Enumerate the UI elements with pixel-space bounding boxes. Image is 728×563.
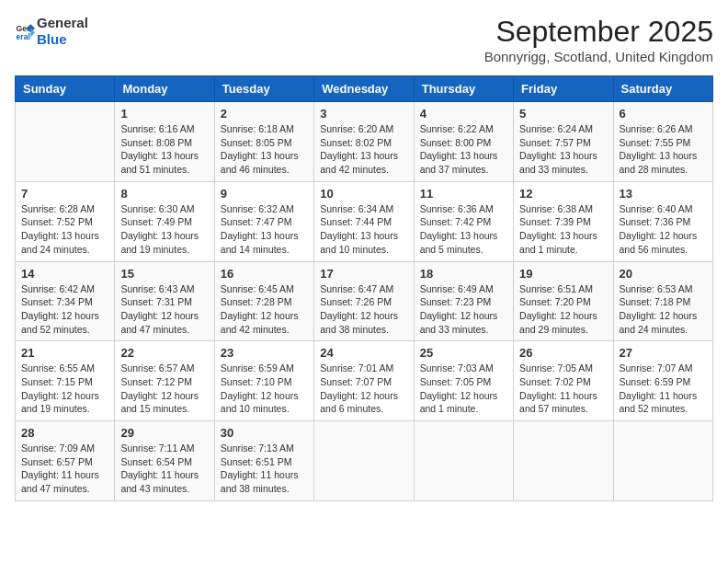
calendar-cell <box>514 421 613 501</box>
calendar-cell: 29Sunrise: 7:11 AM Sunset: 6:54 PM Dayli… <box>115 421 214 501</box>
calendar-cell: 28Sunrise: 7:09 AM Sunset: 6:57 PM Dayli… <box>16 421 115 501</box>
calendar-cell: 1Sunrise: 6:16 AM Sunset: 8:08 PM Daylig… <box>115 102 214 182</box>
calendar-day-header: Tuesday <box>214 76 313 102</box>
day-number: 7 <box>21 187 108 201</box>
cell-detail: Sunrise: 7:03 AM Sunset: 7:05 PM Dayligh… <box>420 362 507 416</box>
cell-detail: Sunrise: 7:09 AM Sunset: 6:57 PM Dayligh… <box>21 442 108 496</box>
cell-detail: Sunrise: 6:20 AM Sunset: 8:02 PM Dayligh… <box>320 122 407 177</box>
calendar-cell: 4Sunrise: 6:22 AM Sunset: 8:00 PM Daylig… <box>414 102 513 182</box>
cell-detail: Sunrise: 6:40 AM Sunset: 7:36 PM Dayligh… <box>620 202 707 257</box>
logo: Gen eral General Blue <box>15 15 88 48</box>
calendar-cell: 15Sunrise: 6:43 AM Sunset: 7:31 PM Dayli… <box>115 261 214 341</box>
day-number: 9 <box>221 187 308 201</box>
calendar-day-header: Monday <box>115 76 214 102</box>
day-number: 18 <box>420 267 507 281</box>
cell-detail: Sunrise: 6:51 AM Sunset: 7:20 PM Dayligh… <box>519 282 607 337</box>
day-number: 8 <box>120 187 208 201</box>
day-number: 21 <box>21 346 108 360</box>
calendar-cell: 24Sunrise: 7:01 AM Sunset: 7:07 PM Dayli… <box>314 341 414 421</box>
calendar-day-header: Thursday <box>414 76 513 102</box>
cell-detail: Sunrise: 6:16 AM Sunset: 8:08 PM Dayligh… <box>120 122 208 177</box>
title-block: September 2025 Bonnyrigg, Scotland, Unit… <box>484 15 713 64</box>
location-text: Bonnyrigg, Scotland, United Kingdom <box>484 49 713 64</box>
calendar-cell: 13Sunrise: 6:40 AM Sunset: 7:36 PM Dayli… <box>613 181 712 261</box>
calendar-cell: 30Sunrise: 7:13 AM Sunset: 6:51 PM Dayli… <box>214 421 313 501</box>
calendar-cell: 26Sunrise: 7:05 AM Sunset: 7:02 PM Dayli… <box>514 341 613 421</box>
logo-icon: Gen eral <box>15 21 35 41</box>
cell-detail: Sunrise: 6:47 AM Sunset: 7:26 PM Dayligh… <box>320 282 407 337</box>
cell-detail: Sunrise: 6:53 AM Sunset: 7:18 PM Dayligh… <box>620 282 707 337</box>
day-number: 29 <box>120 426 208 440</box>
calendar-day-header: Saturday <box>613 76 712 102</box>
day-number: 26 <box>519 346 607 360</box>
cell-detail: Sunrise: 6:36 AM Sunset: 7:42 PM Dayligh… <box>420 202 507 257</box>
cell-detail: Sunrise: 6:57 AM Sunset: 7:12 PM Dayligh… <box>120 362 208 416</box>
day-number: 22 <box>120 346 208 360</box>
page-header: Gen eral General Blue September 2025 Bon… <box>15 15 713 64</box>
cell-detail: Sunrise: 6:24 AM Sunset: 7:57 PM Dayligh… <box>519 122 607 177</box>
calendar-week-row: 28Sunrise: 7:09 AM Sunset: 6:57 PM Dayli… <box>16 421 713 501</box>
calendar-cell <box>414 421 513 501</box>
day-number: 30 <box>221 426 308 440</box>
calendar-cell: 2Sunrise: 6:18 AM Sunset: 8:05 PM Daylig… <box>214 102 313 182</box>
cell-detail: Sunrise: 6:22 AM Sunset: 8:00 PM Dayligh… <box>420 122 507 177</box>
logo-general-text: General <box>37 15 88 30</box>
calendar-cell: 8Sunrise: 6:30 AM Sunset: 7:49 PM Daylig… <box>115 181 214 261</box>
calendar-cell: 18Sunrise: 6:49 AM Sunset: 7:23 PM Dayli… <box>414 261 513 341</box>
day-number: 17 <box>320 267 407 281</box>
cell-detail: Sunrise: 6:55 AM Sunset: 7:15 PM Dayligh… <box>21 362 108 416</box>
calendar-cell: 3Sunrise: 6:20 AM Sunset: 8:02 PM Daylig… <box>314 102 414 182</box>
cell-detail: Sunrise: 6:38 AM Sunset: 7:39 PM Dayligh… <box>519 202 607 257</box>
calendar-header-row: SundayMondayTuesdayWednesdayThursdayFrid… <box>16 76 713 102</box>
cell-detail: Sunrise: 7:13 AM Sunset: 6:51 PM Dayligh… <box>221 442 308 496</box>
calendar-cell: 21Sunrise: 6:55 AM Sunset: 7:15 PM Dayli… <box>16 341 115 421</box>
calendar-cell: 10Sunrise: 6:34 AM Sunset: 7:44 PM Dayli… <box>314 181 414 261</box>
cell-detail: Sunrise: 6:26 AM Sunset: 7:55 PM Dayligh… <box>620 122 707 177</box>
calendar-week-row: 14Sunrise: 6:42 AM Sunset: 7:34 PM Dayli… <box>16 261 713 341</box>
cell-detail: Sunrise: 7:05 AM Sunset: 7:02 PM Dayligh… <box>519 362 607 416</box>
cell-detail: Sunrise: 6:34 AM Sunset: 7:44 PM Dayligh… <box>320 202 407 257</box>
calendar-cell: 11Sunrise: 6:36 AM Sunset: 7:42 PM Dayli… <box>414 181 513 261</box>
calendar-cell: 5Sunrise: 6:24 AM Sunset: 7:57 PM Daylig… <box>514 102 613 182</box>
calendar-cell <box>16 102 115 182</box>
cell-detail: Sunrise: 6:30 AM Sunset: 7:49 PM Dayligh… <box>120 202 208 257</box>
calendar-week-row: 21Sunrise: 6:55 AM Sunset: 7:15 PM Dayli… <box>16 341 713 421</box>
calendar-cell: 6Sunrise: 6:26 AM Sunset: 7:55 PM Daylig… <box>613 102 712 182</box>
calendar-cell: 27Sunrise: 7:07 AM Sunset: 6:59 PM Dayli… <box>613 341 712 421</box>
calendar-cell: 19Sunrise: 6:51 AM Sunset: 7:20 PM Dayli… <box>514 261 613 341</box>
day-number: 14 <box>21 267 108 281</box>
calendar-cell: 23Sunrise: 6:59 AM Sunset: 7:10 PM Dayli… <box>214 341 313 421</box>
calendar-cell: 25Sunrise: 7:03 AM Sunset: 7:05 PM Dayli… <box>414 341 513 421</box>
day-number: 12 <box>519 187 607 201</box>
calendar-cell: 16Sunrise: 6:45 AM Sunset: 7:28 PM Dayli… <box>214 261 313 341</box>
cell-detail: Sunrise: 7:07 AM Sunset: 6:59 PM Dayligh… <box>620 362 707 416</box>
day-number: 13 <box>620 187 707 201</box>
calendar-table: SundayMondayTuesdayWednesdayThursdayFrid… <box>15 75 713 501</box>
logo-blue-text: Blue <box>37 31 67 47</box>
day-number: 5 <box>519 107 607 121</box>
day-number: 3 <box>320 107 407 121</box>
cell-detail: Sunrise: 6:43 AM Sunset: 7:31 PM Dayligh… <box>120 282 208 337</box>
calendar-cell: 20Sunrise: 6:53 AM Sunset: 7:18 PM Dayli… <box>613 261 712 341</box>
calendar-day-header: Friday <box>514 76 613 102</box>
calendar-week-row: 7Sunrise: 6:28 AM Sunset: 7:52 PM Daylig… <box>16 181 713 261</box>
cell-detail: Sunrise: 7:11 AM Sunset: 6:54 PM Dayligh… <box>120 442 208 496</box>
day-number: 2 <box>221 107 308 121</box>
calendar-cell: 17Sunrise: 6:47 AM Sunset: 7:26 PM Dayli… <box>314 261 414 341</box>
calendar-cell <box>314 421 414 501</box>
month-title: September 2025 <box>484 15 713 49</box>
calendar-cell: 12Sunrise: 6:38 AM Sunset: 7:39 PM Dayli… <box>514 181 613 261</box>
day-number: 27 <box>620 346 707 360</box>
day-number: 25 <box>420 346 507 360</box>
day-number: 16 <box>221 267 308 281</box>
calendar-day-header: Sunday <box>16 76 115 102</box>
calendar-cell <box>613 421 712 501</box>
day-number: 6 <box>620 107 707 121</box>
cell-detail: Sunrise: 6:45 AM Sunset: 7:28 PM Dayligh… <box>221 282 308 337</box>
calendar-week-row: 1Sunrise: 6:16 AM Sunset: 8:08 PM Daylig… <box>16 102 713 182</box>
calendar-cell: 7Sunrise: 6:28 AM Sunset: 7:52 PM Daylig… <box>16 181 115 261</box>
day-number: 11 <box>420 187 507 201</box>
calendar-cell: 22Sunrise: 6:57 AM Sunset: 7:12 PM Dayli… <box>115 341 214 421</box>
calendar-cell: 9Sunrise: 6:32 AM Sunset: 7:47 PM Daylig… <box>214 181 313 261</box>
cell-detail: Sunrise: 6:32 AM Sunset: 7:47 PM Dayligh… <box>221 202 308 257</box>
